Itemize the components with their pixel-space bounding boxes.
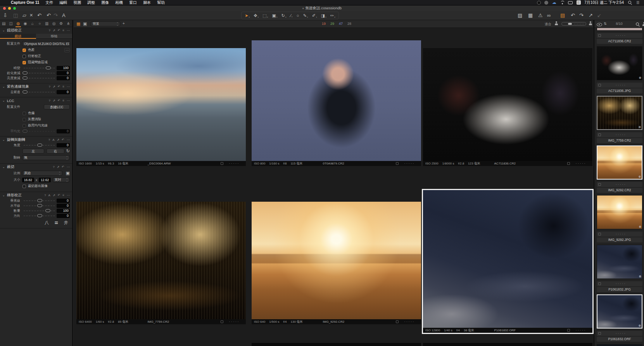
grid-cell-selected[interactable]: ISO 12800 1/40 s f/4 38 毫米 P1061832.ORF … — [422, 189, 594, 334]
defringe-value[interactable]: 0 — [57, 90, 70, 94]
rotate-tool[interactable]: ↻▾ — [281, 13, 287, 18]
menu-help[interactable]: 幫助 — [157, 0, 165, 5]
rating-dots[interactable]: ····· — [616, 233, 627, 235]
grid-cell[interactable]: ISO 6400 1/60 s f/2.8 85 毫米 IMG_7759.CR2… — [76, 202, 246, 324]
filmstrip-item[interactable]: ⚙ ····· IMG_7759.CR2 — [597, 96, 642, 143]
thumb-night-temple-orf[interactable]: ⚙ — [597, 294, 642, 329]
help-icon[interactable]: ? — [48, 29, 50, 32]
status-app2-icon[interactable] — [544, 1, 548, 5]
tab-lens-icon[interactable]: ◍ — [16, 21, 21, 26]
uniform-light-checkbox[interactable] — [22, 124, 26, 128]
menu-scripts[interactable]: 腳本 — [143, 0, 151, 5]
crop-outside-checkbox[interactable] — [22, 185, 26, 188]
photo-sunset-dancer[interactable] — [252, 202, 421, 319]
presets-icon[interactable]: ≡ — [62, 29, 64, 32]
crop-ratio-select[interactable]: 原始⌃⌄ — [22, 171, 62, 176]
crop-glyph-icon[interactable]: ▣ — [66, 171, 70, 176]
distortion-value[interactable]: 100 — [57, 66, 70, 70]
filmstrip-item[interactable]: ⚙ ····· AC711836.JPG — [597, 46, 642, 93]
menu-edit[interactable]: 編輯 — [59, 0, 67, 5]
input-method-icon[interactable]: 注 — [577, 0, 581, 5]
styles-icon[interactable]: A — [62, 12, 66, 19]
reset-icon[interactable]: ↶ — [58, 194, 60, 197]
copy-apply-icon[interactable]: ⇗ — [53, 85, 55, 88]
color-tag-checkbox[interactable] — [221, 320, 223, 323]
copy-apply-icon[interactable]: ⇗ — [53, 99, 55, 102]
zoom-fit-select[interactable]: 適合 — [545, 22, 551, 27]
exposure-warning-icon[interactable]: ⚠ — [538, 12, 543, 19]
collapse-chevron-icon[interactable]: ⌄ — [2, 29, 5, 32]
filmstrip-item[interactable]: ⚙ ····· P1061832.JPG — [597, 245, 642, 292]
thumb-sunset-dancer-jpg[interactable]: ⚙ — [597, 195, 642, 229]
import-images-icon[interactable]: ⇩ — [3, 12, 7, 19]
grid-view-icon[interactable]: ▦ — [76, 21, 80, 26]
collapse-chevron-icon[interactable]: ⌄ — [2, 85, 5, 88]
edit-folder-icon[interactable]: ▱ — [22, 12, 26, 19]
sharpness-falloff-slider[interactable] — [24, 73, 55, 73]
more-icon[interactable]: ⋯ — [67, 99, 70, 102]
app-menu-title[interactable]: Capture One 11 — [11, 0, 39, 5]
light-falloff-value[interactable]: 0 — [57, 76, 70, 80]
menu-image[interactable]: 圖像 — [101, 0, 109, 5]
rating-dots[interactable]: ····· — [229, 162, 240, 165]
color-tag-checkbox[interactable] — [598, 332, 601, 335]
auto-adjust-icon[interactable]: A — [52, 138, 54, 142]
flip-select[interactable]: 無⌃⌄ — [22, 155, 70, 160]
viewer-view-icon[interactable]: ▣ — [83, 21, 87, 26]
rating-dots[interactable]: ····· — [404, 162, 415, 165]
undo2-icon[interactable]: ↶ — [47, 12, 51, 19]
filmstrip-item[interactable]: ⚙ ····· IMG_9292.CR2 — [597, 145, 642, 193]
presets-icon[interactable]: ≡ — [62, 99, 64, 102]
thumbnail-zoom-slider[interactable] — [561, 22, 586, 26]
create-lcc-button[interactable]: 創建LCC — [44, 104, 70, 109]
help-icon[interactable]: ? — [48, 99, 50, 102]
light-falloff-slider[interactable] — [24, 78, 55, 78]
chromatic-aberration-checkbox[interactable]: ✓ — [22, 48, 26, 52]
help-icon[interactable]: ? — [48, 138, 50, 142]
keystone-aspect-value[interactable]: 0 — [57, 214, 70, 218]
next-row-image-top[interactable] — [252, 343, 421, 346]
spotlight-search-icon[interactable] — [628, 0, 632, 5]
copy-apply-icon[interactable]: ⇗ — [53, 194, 55, 197]
demote-arrow-icon[interactable]: ↙ — [597, 12, 601, 19]
thumb-sunset-dancer[interactable]: ⚙ — [597, 145, 642, 180]
straighten-tool[interactable]: ∕▾ — [290, 13, 292, 18]
angle-value[interactable]: 0 — [57, 143, 70, 147]
collapse-chevron-icon[interactable]: ⌄ — [2, 138, 5, 142]
next-row-image-top[interactable] — [423, 343, 592, 346]
tab-output-icon[interactable]: ⚙ — [59, 21, 64, 26]
thumb-martial-arts[interactable]: ⚙ — [597, 46, 642, 80]
more-icon[interactable]: ⋯ — [67, 85, 70, 88]
thumb-partial[interactable] — [597, 28, 642, 31]
collapse-chevron-icon[interactable]: ⌄ — [2, 99, 5, 102]
sharpness-falloff-value[interactable]: 0 — [57, 71, 70, 75]
color-tag-checkbox[interactable] — [598, 282, 601, 285]
delete-icon[interactable]: ✕ — [29, 12, 33, 19]
pick-color-tool[interactable]: ✐▾ — [312, 13, 317, 18]
reset-icon[interactable]: ↶ — [62, 138, 64, 142]
rotate-right-button[interactable]: 右 — [47, 149, 64, 154]
redo-icon[interactable]: ↷ — [54, 12, 58, 19]
proof-profile-icon[interactable]: ▨ — [518, 12, 522, 19]
more-icon[interactable]: ⋯ — [67, 165, 70, 169]
rotate-right-icon[interactable]: ↷ — [579, 12, 584, 19]
rating-dots[interactable]: ····· — [616, 133, 627, 136]
keystone-horizontal-slider[interactable] — [24, 206, 55, 206]
photo-beach-sunset[interactable] — [76, 48, 246, 161]
distortion-slider[interactable] — [24, 68, 55, 68]
rating-dots[interactable]: ····· — [576, 329, 587, 332]
keystone-amount-slider[interactable] — [24, 211, 55, 211]
tab-batch-icon[interactable]: ⋔ — [66, 21, 71, 26]
collapse-chevron-icon[interactable]: ⌄ — [2, 194, 5, 197]
brush-tool[interactable]: ◨▾ — [321, 13, 326, 18]
chromatic-options-button[interactable]: ⋯ — [64, 48, 70, 52]
defringe-slider[interactable] — [24, 92, 55, 92]
rating-dots[interactable]: ····· — [616, 183, 627, 186]
color-tag-checkbox[interactable] — [221, 162, 223, 165]
more-icon[interactable]: ⋯ — [67, 138, 70, 142]
thumb-city-night[interactable]: ⚙ — [597, 96, 642, 130]
presets-icon[interactable]: ≡ — [62, 85, 64, 88]
help-icon[interactable]: ? — [44, 194, 46, 197]
crop-tool[interactable]: ▣▾ — [272, 13, 278, 18]
album-select[interactable]: 背景⌃⌄ — [91, 21, 120, 26]
